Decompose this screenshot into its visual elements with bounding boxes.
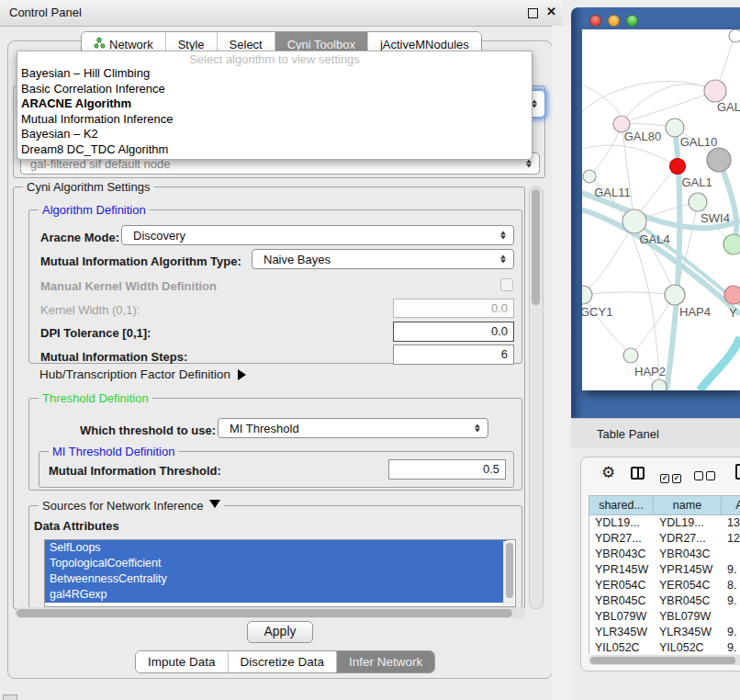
attribute-item-betweennesscentrality[interactable]: BetweennessCentrality [45,571,507,587]
algorithm-definition-group: Algorithm Definition Aracne Mode: Discov… [28,209,522,364]
graph-node-10[interactable] [582,286,592,304]
table-cell: YBR045C [589,593,654,609]
tab-label: Select [230,38,263,51]
network-view-window[interactable]: GALGAL80GAL10GAL1GAL11SWI4GAL4GCY1HAP4YH… [571,7,740,418]
table-cell: YBL079W [589,609,654,625]
manual-kernel-checkbox[interactable] [500,278,513,291]
node-label-gal80: GAL80 [624,130,661,143]
graph-node-3[interactable] [666,119,684,137]
table-row[interactable]: YBR045CYBR045C9. [589,593,740,609]
combo-arrows-icon [500,255,506,264]
pane-gutter [552,26,571,700]
sources-title[interactable]: Sources for Network Inference [39,499,224,514]
aracne-mode-select[interactable]: Discovery [121,225,514,245]
table-cell: YER054C [654,578,722,593]
node-label-gal1: GAL1 [681,175,712,189]
close-icon[interactable]: ✕ [546,5,556,18]
which-threshold-select[interactable]: MI Threshold [218,418,488,438]
menu-item-mutual-information-inference[interactable]: Mutual Information Inference [17,112,532,128]
node-label-gcy1: GCY1 [582,305,612,319]
menu-item-bayesian-hill-climbing[interactable]: Bayesian – Hill Climbing [17,66,532,82]
table-row[interactable]: YIL052CYIL052C9. [589,640,740,654]
kernel-width-field[interactable]: 0.0 [393,299,514,318]
graph-node-13[interactable] [623,348,638,363]
graph-node-9[interactable] [723,234,740,254]
graph-node-7[interactable] [689,193,707,211]
graph-node-1[interactable] [704,80,726,102]
minimize-button[interactable] [608,15,620,27]
graph-node-11[interactable] [665,285,685,305]
screen: Control Panel ✕ gal-filtered sif default… [0,0,740,700]
graph-node-5[interactable] [670,159,686,175]
list-scrollbar[interactable] [503,541,514,605]
graph-node-12[interactable] [724,286,740,304]
network-canvas[interactable]: GALGAL80GAL10GAL1GAL11SWI4GAL4GCY1HAP4YH… [582,29,740,390]
graph-node-14[interactable] [652,379,667,390]
bottom-tab-discretize-data[interactable]: Discretize Data [228,651,337,672]
split-columns-icon[interactable] [631,467,645,480]
table-cell: YIL052C [654,640,722,654]
mi-type-select[interactable]: Naive Bayes [252,249,514,269]
table-cell [722,609,740,625]
node-label-gal: GAL [717,100,740,114]
column-header-a[interactable]: A [722,496,740,515]
close-button[interactable] [589,15,601,27]
apply-button[interactable]: Apply [247,621,313,643]
float-window-icon[interactable] [528,8,538,18]
node-label-hap4: HAP4 [679,305,711,319]
attribute-item-selfloops[interactable]: SelfLoops [45,540,507,556]
table-row[interactable]: YER054CYER054C8. [589,578,740,593]
sources-title-text: Sources for Network Inference [42,499,204,513]
table-cell: YPR145W [589,562,654,578]
deselect-all-icon[interactable] [694,468,718,484]
settings-horizontal-scrollbar[interactable] [15,607,525,618]
table-cell: YBR043C [654,547,722,562]
graph-node-0[interactable] [729,29,740,42]
menu-item-aracne-algorithm[interactable]: ARACNE Algorithm [17,96,532,112]
document-icon[interactable] [735,464,740,480]
mi-threshold-value: 0.5 [483,462,499,476]
table-row[interactable]: YBL079WYBL079W [589,609,740,625]
combo-arrows-icon [526,160,532,168]
bottom-tab-infer-network[interactable]: Infer Network [336,651,434,672]
bottom-tab-bar: Impute DataDiscretize DataInfer Network [135,650,435,673]
dropdown-placeholder: Select algorithm to view settings [17,51,532,66]
mi-threshold-field[interactable]: 0.5 [388,459,506,480]
algorithm-dropdown-menu: Select algorithm to view settings Bayesi… [17,51,533,160]
settings-gear-icon[interactable]: ⚙ [601,463,615,482]
table-cell: 9. [722,593,740,609]
menu-item-basic-correlation-inference[interactable]: Basic Correlation Inference [17,82,532,97]
graph-node-4[interactable] [707,148,731,172]
table-row[interactable]: YDL19...YDL19...13 [589,515,740,531]
menu-item-dream8-dc-tdc-algorithm[interactable]: Dream8 DC_TDC Algorithm [17,142,532,158]
table-cell: 9. [722,625,740,640]
bottom-tab-impute-data[interactable]: Impute Data [136,651,228,672]
zoom-button[interactable] [626,15,638,27]
table-row[interactable]: YBR043CYBR043C [589,547,740,562]
expand-arrow-icon [238,369,252,380]
graph-node-6[interactable] [583,170,596,183]
table-horizontal-scrollbar[interactable] [589,655,740,665]
table-cell: YLR345W [589,625,654,640]
network-icon [94,37,106,51]
table-cell: YDR27... [589,531,654,547]
node-label-gal10: GAL10 [680,135,717,149]
attribute-item-gal4rgexp[interactable]: gal4RGexp [45,587,507,603]
table-row[interactable]: YDR27...YDR27...12 [589,531,740,547]
dpi-tolerance-field[interactable]: 0.0 [393,322,514,342]
table-panel-title: Table Panel [597,427,659,441]
graph-node-8[interactable] [622,209,646,233]
settings-vertical-scrollbar[interactable] [529,186,544,609]
table-row[interactable]: YLR345WYLR345W9. [589,625,740,640]
menu-item-bayesian-k2[interactable]: Bayesian – K2 [17,127,532,142]
table-row[interactable]: YPR145WYPR145W9. [589,562,740,578]
mi-threshold-group: MI Threshold Definition Mutual Informati… [39,451,514,488]
bottom-left-widget[interactable] [3,694,17,700]
mi-steps-field[interactable]: 6 [393,344,514,365]
attribute-item-topologicalcoefficient[interactable]: TopologicalCoefficient [45,556,507,571]
column-header-name[interactable]: name [654,496,722,515]
hub-definition-expander[interactable]: Hub/Transcription Factor Definition [39,367,252,381]
column-header-shared[interactable]: shared... [589,496,654,515]
select-all-icon[interactable]: ✓✓ [660,468,684,484]
edge-cyan [700,337,740,390]
